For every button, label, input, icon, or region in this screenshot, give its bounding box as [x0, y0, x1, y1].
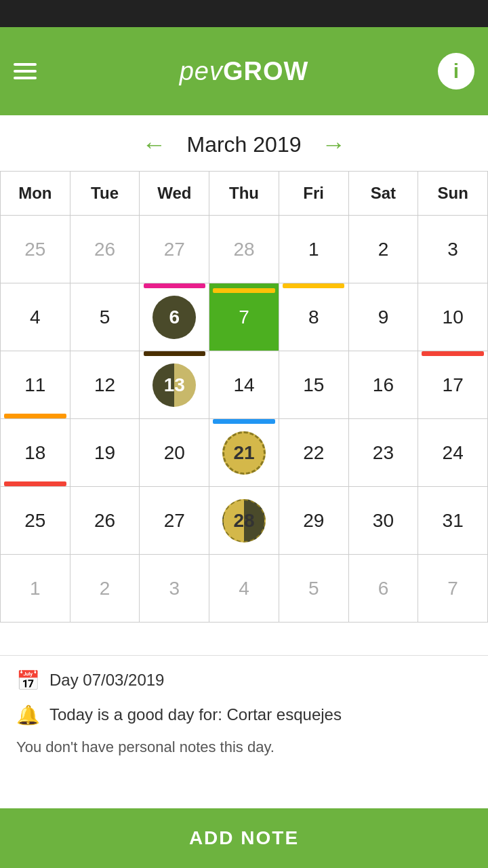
day-number: 22	[303, 442, 324, 464]
day-number: 19	[94, 442, 115, 464]
day-number: 4	[239, 578, 249, 599]
cal-day-24[interactable]: 24	[418, 419, 488, 487]
cal-day-other28[interactable]: 28	[209, 216, 279, 283]
cal-day-9[interactable]: 9	[349, 283, 419, 351]
cal-day-other26[interactable]: 26	[70, 216, 140, 283]
next-month-button[interactable]: →	[321, 130, 346, 159]
day-number: 17	[443, 374, 464, 396]
cal-day-25[interactable]: 25	[1, 487, 70, 555]
color-bar-top	[283, 283, 345, 288]
cal-day-26[interactable]: 26	[70, 487, 140, 555]
bell-icon: 🔔	[16, 704, 40, 726]
info-button[interactable]: i	[438, 53, 474, 90]
cal-day-1[interactable]: 1	[279, 216, 349, 283]
cal-day-22[interactable]: 22	[279, 419, 349, 487]
cal-day-other6[interactable]: 6	[349, 555, 419, 623]
cal-day-other7[interactable]: 7	[418, 555, 488, 623]
color-bar-bottom	[4, 414, 66, 418]
day-number: 26	[94, 239, 115, 260]
day-number: 28	[233, 239, 254, 260]
cal-day-6[interactable]: 6	[140, 283, 209, 351]
cal-day-8[interactable]: 8	[279, 283, 349, 351]
day-number: 1	[308, 239, 319, 260]
cal-day-20[interactable]: 20	[140, 419, 209, 487]
cal-day-23[interactable]: 23	[349, 419, 419, 487]
day-number: 6	[378, 578, 389, 599]
activity-label: Today is a good day for: Cortar esquejes	[49, 705, 342, 724]
day-number: 18	[24, 442, 45, 464]
day-number: 1	[30, 578, 41, 599]
cal-day-15[interactable]: 15	[279, 351, 349, 419]
cal-day-21[interactable]: 21	[209, 419, 279, 487]
cal-header-thu: Thu	[209, 172, 279, 216]
color-bar-top	[213, 283, 275, 288]
color-bar-top	[422, 351, 484, 356]
day-number: 9	[378, 307, 389, 328]
day-number: 14	[233, 374, 254, 396]
cal-day-27[interactable]: 27	[140, 487, 209, 555]
personal-notes-label: You don't have personal notes this day.	[16, 738, 472, 756]
moon-full: 21	[222, 431, 266, 475]
day-number: 16	[373, 374, 394, 396]
month-navigation: ← March 2019 →	[0, 115, 488, 171]
day-number: 30	[373, 510, 394, 532]
moon-new: 6	[152, 296, 196, 339]
cal-day-5[interactable]: 5	[70, 283, 140, 351]
cal-header-wed: Wed	[140, 172, 209, 216]
day-number: 15	[303, 374, 324, 396]
cal-day-17[interactable]: 17	[418, 351, 488, 419]
cal-day-3[interactable]: 3	[418, 216, 488, 283]
cal-day-7[interactable]: 7	[209, 283, 279, 351]
day-number: 23	[373, 442, 394, 464]
cal-header-tue: Tue	[70, 172, 140, 216]
cal-day-other4[interactable]: 4	[209, 555, 279, 623]
day-number: 27	[164, 239, 185, 260]
day-number: 3	[169, 578, 180, 599]
day-number: 10	[443, 307, 464, 328]
moon-first-quarter: 13	[152, 363, 196, 407]
app-logo: pevGROW	[180, 57, 309, 86]
app-header: pevGROW i	[0, 27, 488, 115]
menu-button[interactable]	[14, 59, 37, 83]
cal-header-mon: Mon	[1, 172, 70, 216]
cal-day-4[interactable]: 4	[1, 283, 70, 351]
color-bar-bottom	[4, 481, 66, 486]
cal-day-29[interactable]: 29	[279, 487, 349, 555]
day-number: 2	[378, 239, 389, 260]
cal-day-14[interactable]: 14	[209, 351, 279, 419]
cal-day-16[interactable]: 16	[349, 351, 419, 419]
cal-day-13[interactable]: 13	[140, 351, 209, 419]
day-number: 7	[447, 578, 458, 599]
color-bar-top	[144, 351, 206, 356]
logo-pev: pev	[180, 57, 223, 85]
cal-day-28[interactable]: 28	[209, 487, 279, 555]
cal-day-other25[interactable]: 25	[1, 216, 70, 283]
cal-header-fri: Fri	[279, 172, 349, 216]
cal-day-30[interactable]: 30	[349, 487, 419, 555]
cal-day-11[interactable]: 11	[1, 351, 70, 419]
cal-day-18[interactable]: 18	[1, 419, 70, 487]
cal-day-other3[interactable]: 3	[140, 555, 209, 623]
day-number: 27	[164, 510, 185, 532]
cal-day-other5[interactable]: 5	[279, 555, 349, 623]
cal-day-31[interactable]: 31	[418, 487, 488, 555]
add-note-button[interactable]: ADD NOTE	[0, 808, 488, 868]
day-label: Day 07/03/2019	[49, 671, 164, 690]
day-number: 11	[24, 374, 45, 396]
cal-day-2[interactable]: 2	[349, 216, 419, 283]
month-title: March 2019	[187, 132, 302, 157]
day-number: 2	[100, 578, 110, 599]
cal-day-other2[interactable]: 2	[70, 555, 140, 623]
cal-day-other27[interactable]: 27	[140, 216, 209, 283]
day-number: 3	[447, 239, 458, 260]
day-number: 26	[94, 510, 115, 532]
cal-day-12[interactable]: 12	[70, 351, 140, 419]
cal-day-19[interactable]: 19	[70, 419, 140, 487]
prev-month-button[interactable]: ←	[142, 130, 167, 159]
cal-day-10[interactable]: 10	[418, 283, 488, 351]
cal-day-other1[interactable]: 1	[1, 555, 70, 623]
day-number: 12	[94, 374, 115, 396]
day-number: 25	[24, 510, 45, 532]
day-number: 29	[303, 510, 324, 532]
calendar-icon: 📅	[16, 669, 40, 692]
